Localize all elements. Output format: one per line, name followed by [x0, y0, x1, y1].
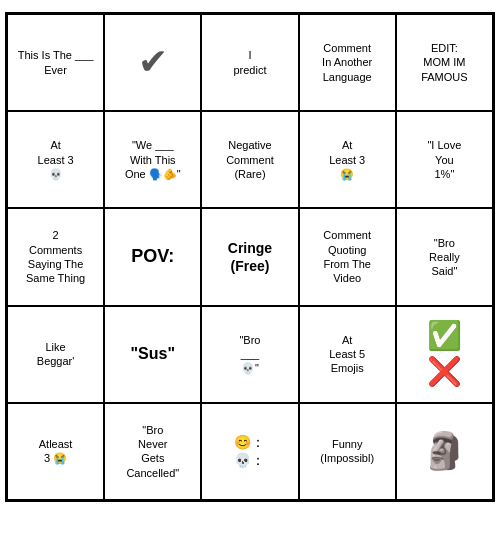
- cell-text: NegativeComment(Rare): [226, 138, 274, 181]
- cell-text: POV:: [131, 245, 174, 268]
- cell-r4c3: Funny(Impossibl): [299, 403, 396, 500]
- cell-text: "I LoveYou1%": [427, 138, 461, 181]
- cell-text: "Bro___💀": [239, 333, 260, 376]
- cell-text: 😊：💀：: [234, 433, 265, 469]
- cell-r3c0: LikeBeggar': [7, 306, 104, 403]
- cell-text: AtLeast 3💀: [38, 138, 74, 181]
- cell-text: EDIT:MOM IMFAMOUS: [421, 41, 467, 84]
- cell-r0c3: CommentIn AnotherLanguage: [299, 14, 396, 111]
- checkmark-icon: ✔: [138, 39, 168, 86]
- cell-text: "BroNeverGetsCancelled": [126, 423, 179, 480]
- bingo-title: [0, 0, 500, 12]
- cell-text: AtLeast 5Emojis: [329, 333, 365, 376]
- cell-r4c1: "BroNeverGetsCancelled": [104, 403, 201, 500]
- cell-r0c2: Ipredict: [201, 14, 298, 111]
- cell-text: "We ___With ThisOne 🗣️🫵": [125, 138, 181, 181]
- cell-r2c3: CommentQuotingFrom TheVideo: [299, 208, 396, 305]
- cell-r0c1: ✔: [104, 14, 201, 111]
- cell-text: CommentIn AnotherLanguage: [322, 41, 372, 84]
- emoji-icon: 🗿: [422, 428, 467, 475]
- cell-r1c2: NegativeComment(Rare): [201, 111, 298, 208]
- cell-r0c4: EDIT:MOM IMFAMOUS: [396, 14, 493, 111]
- cell-r4c2: 😊：💀：: [201, 403, 298, 500]
- cell-r3c3: AtLeast 5Emojis: [299, 306, 396, 403]
- cell-r1c1: "We ___With ThisOne 🗣️🫵": [104, 111, 201, 208]
- cell-r1c3: AtLeast 3😭: [299, 111, 396, 208]
- cell-r0c0: This Is The ___Ever: [7, 14, 104, 111]
- bingo-grid: This Is The ___Ever✔IpredictCommentIn An…: [5, 12, 495, 502]
- cell-r3c4: ✅❌: [396, 306, 493, 403]
- cell-text: 2CommentsSaying TheSame Thing: [26, 228, 85, 285]
- cell-r3c1: "Sus": [104, 306, 201, 403]
- cell-text: "BroReallySaid": [429, 236, 460, 279]
- green-check-icon: ✅: [427, 318, 462, 354]
- cell-text: Cringe(Free): [228, 239, 272, 275]
- cell-r2c0: 2CommentsSaying TheSame Thing: [7, 208, 104, 305]
- cell-text: LikeBeggar': [37, 340, 75, 369]
- cell-r3c2: "Bro___💀": [201, 306, 298, 403]
- cell-text: CommentQuotingFrom TheVideo: [323, 228, 371, 285]
- cell-r1c4: "I LoveYou1%": [396, 111, 493, 208]
- cell-text: AtLeast 3😭: [329, 138, 365, 181]
- cell-r1c0: AtLeast 3💀: [7, 111, 104, 208]
- cell-r2c2: Cringe(Free): [201, 208, 298, 305]
- red-x-icon: ❌: [427, 354, 462, 390]
- cell-r2c4: "BroReallySaid": [396, 208, 493, 305]
- cell-text: Atleast3 😭: [39, 437, 73, 466]
- cell-r4c0: Atleast3 😭: [7, 403, 104, 500]
- cell-text: Ipredict: [233, 48, 266, 77]
- cell-r2c1: POV:: [104, 208, 201, 305]
- cell-text: "Sus": [131, 344, 176, 365]
- cell-text: This Is The ___Ever: [18, 48, 94, 77]
- cell-text: Funny(Impossibl): [320, 437, 374, 466]
- cell-r4c4: 🗿: [396, 403, 493, 500]
